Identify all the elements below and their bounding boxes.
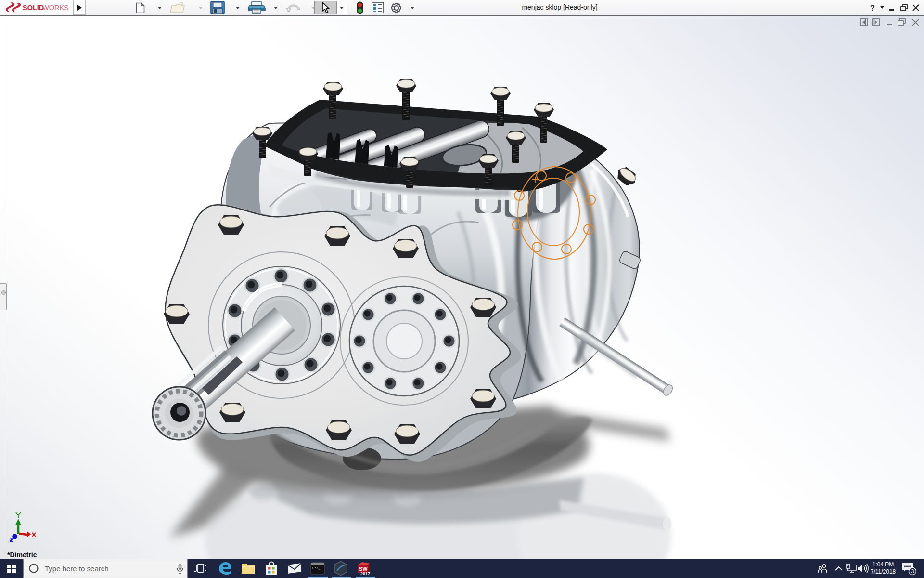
svg-text:2017: 2017 bbox=[360, 571, 370, 576]
svg-text:WORKS: WORKS bbox=[42, 4, 69, 12]
svg-text:?: ? bbox=[870, 4, 875, 12]
svg-text:3: 3 bbox=[911, 568, 914, 574]
svg-text:C:\_: C:\_ bbox=[312, 566, 321, 570]
svg-text:SOLID: SOLID bbox=[23, 4, 44, 12]
